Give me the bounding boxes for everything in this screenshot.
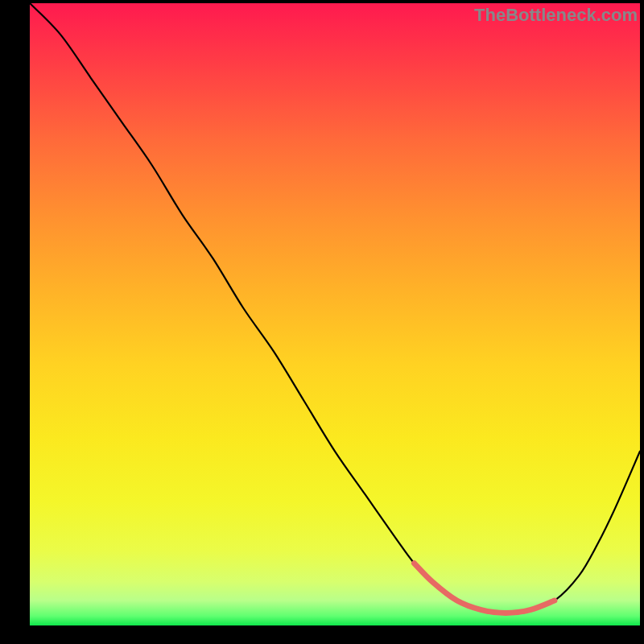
optimal-range-marker <box>415 564 555 613</box>
chart-svg <box>30 3 640 625</box>
plot-area <box>30 3 640 625</box>
bottleneck-curve <box>30 3 640 613</box>
page-frame: TheBottleneck.com <box>0 0 644 644</box>
watermark-text: TheBottleneck.com <box>474 5 638 26</box>
